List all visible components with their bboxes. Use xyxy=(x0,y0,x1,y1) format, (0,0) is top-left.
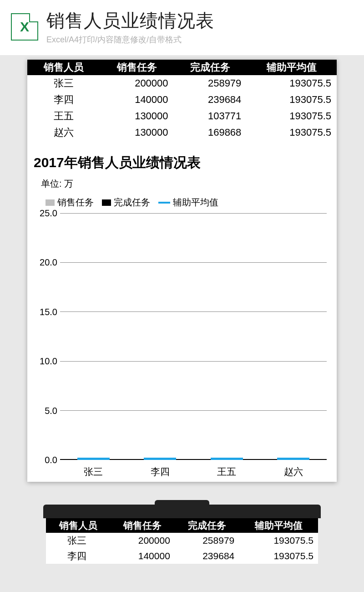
col-salesperson: 销售人员 xyxy=(27,60,101,75)
cell-done: 169868 xyxy=(174,124,247,141)
title-block: 销售人员业绩情况表 Excel/A4打印/内容随意修改/自带格式 xyxy=(46,8,214,45)
table-row: 张三 200000 258979 193075.5 xyxy=(46,533,318,548)
page-subtitle: Excel/A4打印/内容随意修改/自带格式 xyxy=(46,34,214,45)
cell-name: 李四 xyxy=(46,548,110,564)
y-tick-label: 15.0 xyxy=(34,306,57,317)
spacer xyxy=(27,141,337,150)
cell-avg: 193075.5 xyxy=(247,75,337,92)
x-tick-label: 李四 xyxy=(127,465,194,478)
cell-name: 李四 xyxy=(27,92,101,108)
y-tick-label: 10.0 xyxy=(34,356,57,367)
avg-marker xyxy=(211,458,243,460)
cell-done: 258979 xyxy=(174,75,247,92)
page-title: 销售人员业绩情况表 xyxy=(46,8,214,33)
cell-task: 200000 xyxy=(110,533,174,548)
legend-swatch-black xyxy=(102,199,111,206)
cell-task: 140000 xyxy=(101,92,174,108)
grid-line xyxy=(60,361,327,362)
thumbnail-table: 销售人员 销售任务 完成任务 辅助平均值 张三 200000 258979 19… xyxy=(46,518,318,564)
excel-icon-glyph: X xyxy=(20,19,29,35)
x-axis-labels: 张三李四王五赵六 xyxy=(60,465,327,478)
x-tick-label: 赵六 xyxy=(260,465,327,478)
chart-area: 0.05.010.015.020.025.0张三李四王五赵六 xyxy=(34,213,330,482)
document-area: 销售人员 销售任务 完成任务 辅助平均值 张三 200000 258979 19… xyxy=(0,55,364,564)
cell-done: 103771 xyxy=(174,108,247,124)
table-row: 李四 140000 239684 193075.5 xyxy=(46,548,318,564)
cell-done: 258979 xyxy=(175,533,239,548)
col-avg: 辅助平均值 xyxy=(239,518,318,533)
cell-task: 140000 xyxy=(110,548,174,564)
legend-swatch-gray xyxy=(46,199,55,206)
cell-task: 130000 xyxy=(101,124,174,141)
col-done: 完成任务 xyxy=(175,518,239,533)
legend-label-avg: 辅助平均值 xyxy=(173,196,218,209)
legend-label-task: 销售任务 xyxy=(57,196,94,209)
cell-name: 王五 xyxy=(27,108,101,124)
legend-swatch-line xyxy=(158,202,170,204)
grid-line xyxy=(60,213,327,214)
grid-line xyxy=(60,311,327,312)
grid-line xyxy=(60,262,327,263)
clipboard-thumbnail: 销售人员 销售任务 完成任务 辅助平均值 张三 200000 258979 19… xyxy=(39,505,325,564)
cell-avg: 193075.5 xyxy=(239,533,318,548)
y-tick-label: 0.0 xyxy=(34,455,57,465)
y-tick-label: 5.0 xyxy=(34,405,57,416)
cell-done: 239684 xyxy=(174,92,247,108)
cell-task: 130000 xyxy=(101,108,174,124)
clipboard-clip-icon xyxy=(43,505,321,518)
cell-avg: 193075.5 xyxy=(239,548,318,564)
col-task: 销售任务 xyxy=(110,518,174,533)
avg-marker xyxy=(77,458,110,460)
cell-avg: 193075.5 xyxy=(247,92,337,108)
legend-item-avg: 辅助平均值 xyxy=(158,196,218,209)
chart-title: 2017年销售人员业绩情况表 xyxy=(27,150,337,175)
table-row: 张三 200000 258979 193075.5 xyxy=(27,75,337,92)
y-tick-label: 25.0 xyxy=(34,208,57,219)
legend-label-done: 完成任务 xyxy=(114,196,150,209)
thumbnail-area: 销售人员 销售任务 完成任务 辅助平均值 张三 200000 258979 19… xyxy=(27,505,337,564)
excel-icon: X xyxy=(11,13,38,41)
x-tick-label: 王五 xyxy=(193,465,260,478)
col-task: 销售任务 xyxy=(101,60,174,75)
col-avg: 辅助平均值 xyxy=(247,60,337,75)
cell-avg: 193075.5 xyxy=(247,108,337,124)
table-header-row: 销售人员 销售任务 完成任务 辅助平均值 xyxy=(27,60,337,75)
col-done: 完成任务 xyxy=(174,60,247,75)
legend-item-task: 销售任务 xyxy=(46,196,94,209)
avg-marker xyxy=(277,458,309,460)
page-header: X 销售人员业绩情况表 Excel/A4打印/内容随意修改/自带格式 xyxy=(0,0,364,55)
table-row: 李四 140000 239684 193075.5 xyxy=(27,92,337,108)
table-row: 王五 130000 103771 193075.5 xyxy=(27,108,337,124)
document-sheet: 销售人员 销售任务 完成任务 辅助平均值 张三 200000 258979 19… xyxy=(27,60,337,482)
cell-done: 239684 xyxy=(175,548,239,564)
y-tick-label: 20.0 xyxy=(34,257,57,268)
x-tick-label: 张三 xyxy=(60,465,127,478)
cell-name: 张三 xyxy=(27,75,101,92)
table-row: 赵六 130000 169868 193075.5 xyxy=(27,124,337,141)
cell-name: 张三 xyxy=(46,533,110,548)
legend-item-done: 完成任务 xyxy=(102,196,150,209)
cell-name: 赵六 xyxy=(27,124,101,141)
chart-plot xyxy=(60,213,327,460)
chart-subtitle: 单位: 万 xyxy=(27,175,337,194)
chart-legend: 销售任务 完成任务 辅助平均值 xyxy=(27,194,337,213)
clipboard-body: 销售人员 销售任务 完成任务 辅助平均值 张三 200000 258979 19… xyxy=(46,518,318,564)
grid-line xyxy=(60,410,327,411)
data-table: 销售人员 销售任务 完成任务 辅助平均值 张三 200000 258979 19… xyxy=(27,60,337,141)
table-header-row: 销售人员 销售任务 完成任务 辅助平均值 xyxy=(46,518,318,533)
cell-task: 200000 xyxy=(101,75,174,92)
cell-avg: 193075.5 xyxy=(247,124,337,141)
col-salesperson: 销售人员 xyxy=(46,518,110,533)
avg-marker xyxy=(144,458,176,460)
